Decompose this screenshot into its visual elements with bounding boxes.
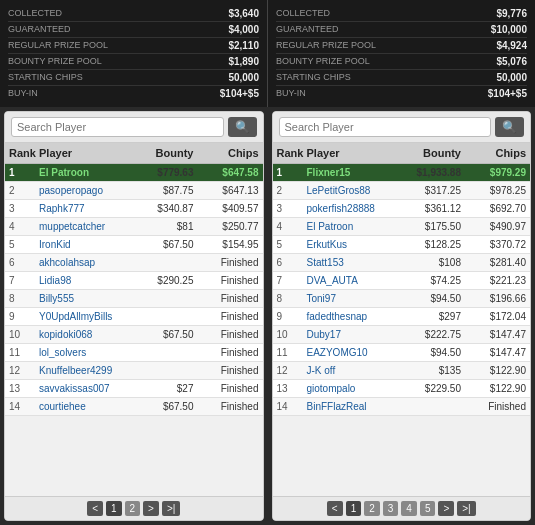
- info-row: BOUNTY PRIZE POOL$5,076: [276, 54, 527, 70]
- info-row: GUARANTEED$4,000: [8, 22, 259, 38]
- bounty-cell: [129, 365, 194, 376]
- page-button[interactable]: 2: [125, 501, 141, 516]
- table-row[interactable]: 6 akhcolahsap Finished: [5, 254, 263, 272]
- right-search-input[interactable]: [279, 117, 492, 137]
- rank-cell: 2: [9, 185, 39, 196]
- player-cell: giotompalo: [307, 383, 397, 394]
- table-row[interactable]: 4 muppetcatcher $81 $250.77: [5, 218, 263, 236]
- chips-cell: $250.77: [194, 221, 259, 232]
- left-search-button[interactable]: 🔍: [228, 117, 257, 137]
- page-button[interactable]: >: [143, 501, 159, 516]
- table-row[interactable]: 12 J-K off $135 $122.90: [273, 362, 531, 380]
- table-row[interactable]: 10 Duby17 $222.75 $147.47: [273, 326, 531, 344]
- rank-cell: 1: [9, 167, 39, 178]
- table-row[interactable]: 5 ErkutKus $128.25 $370.72: [273, 236, 531, 254]
- bounty-cell: [129, 311, 194, 322]
- table-row[interactable]: 3 pokerfish28888 $361.12 $692.70: [273, 200, 531, 218]
- rank-cell: 10: [9, 329, 39, 340]
- chips-cell: $692.70: [461, 203, 526, 214]
- rank-cell: 11: [9, 347, 39, 358]
- col-player: Player: [39, 147, 129, 159]
- bounty-cell: [129, 257, 194, 268]
- col-rank: Rank: [277, 147, 307, 159]
- table-row[interactable]: 13 giotompalo $229.50 $122.90: [273, 380, 531, 398]
- page-button[interactable]: >|: [457, 501, 475, 516]
- table-row[interactable]: 11 EAZYOMG10 $94.50 $147.47: [273, 344, 531, 362]
- page-button[interactable]: >|: [162, 501, 180, 516]
- page-button[interactable]: >: [438, 501, 454, 516]
- col-player: Player: [307, 147, 397, 159]
- page-button[interactable]: 3: [383, 501, 399, 516]
- info-value: 50,000: [496, 72, 527, 83]
- table-row[interactable]: 13 savvakissas007 $27 Finished: [5, 380, 263, 398]
- table-row[interactable]: 14 courtiehee $67.50 Finished: [5, 398, 263, 416]
- chips-cell: Finished: [194, 401, 259, 412]
- player-cell: Flixner15: [307, 167, 397, 178]
- table-row[interactable]: 7 DVA_AUTA $74.25 $221.23: [273, 272, 531, 290]
- info-row: BUY-IN$104+$5: [276, 86, 527, 101]
- page-button[interactable]: 4: [401, 501, 417, 516]
- rank-cell: 7: [9, 275, 39, 286]
- rank-cell: 12: [277, 365, 307, 376]
- info-value: $9,776: [496, 8, 527, 19]
- info-value: $4,000: [228, 24, 259, 35]
- bounty-cell: $222.75: [396, 329, 461, 340]
- bounty-cell: [129, 347, 194, 358]
- left-pagination: <12>>|: [5, 496, 263, 520]
- table-row[interactable]: 11 lol_solvers Finished: [5, 344, 263, 362]
- player-cell: El Patroon: [307, 221, 397, 232]
- chips-cell: $409.57: [194, 203, 259, 214]
- table-row[interactable]: 10 kopidoki068 $67.50 Finished: [5, 326, 263, 344]
- player-cell: EAZYOMG10: [307, 347, 397, 358]
- table-row[interactable]: 8 Toni97 $94.50 $196.66: [273, 290, 531, 308]
- player-cell: Duby17: [307, 329, 397, 340]
- table-row[interactable]: 6 Statt153 $108 $281.40: [273, 254, 531, 272]
- chips-cell: $172.04: [461, 311, 526, 322]
- table-row[interactable]: 7 Lidia98 $290.25 Finished: [5, 272, 263, 290]
- bounty-cell: $94.50: [396, 293, 461, 304]
- player-cell: Knuffelbeer4299: [39, 365, 129, 376]
- rank-cell: 11: [277, 347, 307, 358]
- bounty-cell: [129, 293, 194, 304]
- info-row: STARTING CHIPS50,000: [276, 70, 527, 86]
- rank-cell: 3: [277, 203, 307, 214]
- player-cell: courtiehee: [39, 401, 129, 412]
- player-cell: akhcolahsap: [39, 257, 129, 268]
- chips-cell: Finished: [194, 257, 259, 268]
- table-row[interactable]: 1 Flixner15 $1,933.88 $979.29: [273, 164, 531, 182]
- table-row[interactable]: 4 El Patroon $175.50 $490.97: [273, 218, 531, 236]
- chips-cell: Finished: [194, 275, 259, 286]
- page-button[interactable]: 2: [364, 501, 380, 516]
- table-row[interactable]: 5 IronKid $67.50 $154.95: [5, 236, 263, 254]
- chips-cell: $979.29: [461, 167, 526, 178]
- table-row[interactable]: 12 Knuffelbeer4299 Finished: [5, 362, 263, 380]
- table-row[interactable]: 3 Raphk777 $340.87 $409.57: [5, 200, 263, 218]
- table-row[interactable]: 2 LePetitGros88 $317.25 $978.25: [273, 182, 531, 200]
- rank-cell: 5: [277, 239, 307, 250]
- info-row: BOUNTY PRIZE POOL$1,890: [8, 54, 259, 70]
- left-search-input[interactable]: [11, 117, 224, 137]
- rank-cell: 10: [277, 329, 307, 340]
- table-row[interactable]: 8 Billy555 Finished: [5, 290, 263, 308]
- player-cell: Statt153: [307, 257, 397, 268]
- left-table-header: Rank Player Bounty Chips: [5, 143, 263, 164]
- info-value: 50,000: [228, 72, 259, 83]
- page-button[interactable]: 1: [346, 501, 362, 516]
- player-cell: muppetcatcher: [39, 221, 129, 232]
- page-button[interactable]: 1: [106, 501, 122, 516]
- table-row[interactable]: 14 BinFFlazReal Finished: [273, 398, 531, 416]
- table-row[interactable]: 2 pasoperopago $87.75 $647.13: [5, 182, 263, 200]
- page-button[interactable]: <: [87, 501, 103, 516]
- rank-cell: 5: [9, 239, 39, 250]
- page-button[interactable]: <: [327, 501, 343, 516]
- player-cell: Y0UpdAllmyBills: [39, 311, 129, 322]
- page-button[interactable]: 5: [420, 501, 436, 516]
- rank-cell: 7: [277, 275, 307, 286]
- table-row[interactable]: 9 fadedthesnap $297 $172.04: [273, 308, 531, 326]
- chips-cell: $147.47: [461, 347, 526, 358]
- table-row[interactable]: 9 Y0UpdAllmyBills Finished: [5, 308, 263, 326]
- right-search-button[interactable]: 🔍: [495, 117, 524, 137]
- table-row[interactable]: 1 El Patroon $779.63 $647.58: [5, 164, 263, 182]
- player-cell: kopidoki068: [39, 329, 129, 340]
- bounty-cell: $779.63: [129, 167, 194, 178]
